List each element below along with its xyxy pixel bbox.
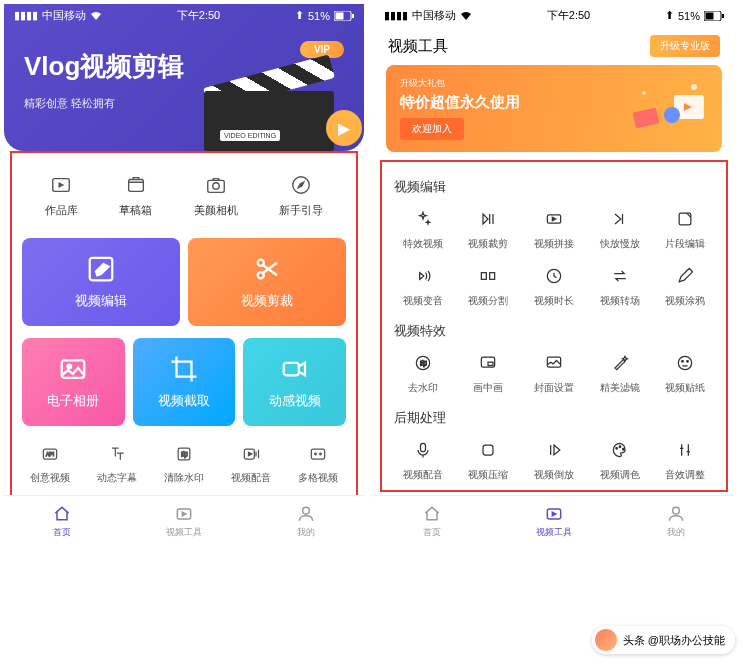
label: 多格视频 bbox=[298, 471, 338, 485]
section-fx-title: 视频特效 bbox=[386, 312, 722, 348]
cover-set[interactable]: 封面设置 bbox=[523, 352, 585, 395]
transition[interactable]: 视频转场 bbox=[589, 265, 651, 308]
dynamic-card[interactable]: 动感视频 bbox=[243, 338, 346, 426]
video-cut-card[interactable]: 视频剪裁 bbox=[188, 238, 346, 326]
carrier-label: 中国移动 bbox=[42, 8, 86, 23]
svg-point-24 bbox=[320, 453, 322, 455]
svg-rect-5 bbox=[128, 180, 143, 192]
tools-icon bbox=[543, 504, 565, 524]
user-icon bbox=[665, 504, 687, 524]
tab-bar: 首页 视频工具 我的 bbox=[4, 495, 364, 543]
capture-card[interactable]: 视频截取 bbox=[133, 338, 236, 426]
wifi-icon bbox=[460, 11, 472, 21]
label: 画中画 bbox=[473, 381, 503, 395]
label: 首页 bbox=[53, 526, 71, 539]
tab-home[interactable]: 首页 bbox=[421, 504, 443, 539]
tab-mine[interactable]: 我的 bbox=[295, 504, 317, 539]
svg-point-36 bbox=[642, 91, 646, 95]
watermark: 头条 @职场办公技能 bbox=[592, 626, 735, 654]
creative-video[interactable]: API 创意视频 bbox=[30, 442, 70, 485]
image-icon bbox=[58, 354, 88, 384]
beauty-camera[interactable]: 美颜相机 bbox=[194, 173, 238, 218]
compress-icon bbox=[477, 439, 499, 461]
scissors-icon bbox=[252, 254, 282, 284]
tools-icon bbox=[173, 504, 195, 524]
camcorder-icon bbox=[280, 354, 310, 384]
svg-marker-21 bbox=[249, 452, 252, 455]
crop-video[interactable]: 视频裁剪 bbox=[458, 208, 520, 251]
reverse[interactable]: 视频倒放 bbox=[523, 439, 585, 482]
label: 草稿箱 bbox=[119, 203, 152, 218]
svg-point-12 bbox=[258, 260, 264, 266]
label: 视频转场 bbox=[600, 294, 640, 308]
fx-video[interactable]: 特效视频 bbox=[392, 208, 454, 251]
tab-home[interactable]: 首页 bbox=[51, 504, 73, 539]
duration[interactable]: 视频时长 bbox=[523, 265, 585, 308]
audio-adjust[interactable]: 音效调整 bbox=[654, 439, 716, 482]
label: 片段编辑 bbox=[665, 237, 705, 251]
label: 视频压缩 bbox=[468, 468, 508, 482]
merge-video[interactable]: 视频拼接 bbox=[523, 208, 585, 251]
tab-tools[interactable]: 视频工具 bbox=[536, 504, 572, 539]
label: 我的 bbox=[667, 526, 685, 539]
voice-change[interactable]: 视频变音 bbox=[392, 265, 454, 308]
label: 创意视频 bbox=[30, 471, 70, 485]
multi-grid[interactable]: 多格视频 bbox=[298, 442, 338, 485]
battery-label: 51% bbox=[308, 10, 330, 22]
signal-icon: ▮▮▮▮ bbox=[14, 9, 38, 22]
promo-banner[interactable]: 升级大礼包 特价超值永久使用 欢迎加入 bbox=[386, 65, 722, 152]
works-library[interactable]: 作品库 bbox=[45, 173, 78, 218]
grid-icon bbox=[306, 442, 330, 466]
tab-mine[interactable]: 我的 bbox=[665, 504, 687, 539]
split-icon bbox=[477, 265, 499, 287]
sticker[interactable]: 视频贴纸 bbox=[654, 352, 716, 395]
svg-point-59 bbox=[673, 507, 680, 514]
clip-edit[interactable]: 片段编辑 bbox=[654, 208, 716, 251]
label: 音效调整 bbox=[665, 468, 705, 482]
remove-wm[interactable]: 印去水印 bbox=[392, 352, 454, 395]
speed-video[interactable]: 快放慢放 bbox=[589, 208, 651, 251]
svg-rect-34 bbox=[633, 108, 660, 129]
svg-point-35 bbox=[691, 84, 697, 90]
split-video[interactable]: 视频分割 bbox=[458, 265, 520, 308]
label: 快放慢放 bbox=[600, 237, 640, 251]
svg-marker-37 bbox=[483, 214, 488, 224]
label: 视频拼接 bbox=[534, 237, 574, 251]
share-icon: ⬆ bbox=[295, 9, 304, 22]
drafts[interactable]: 草稿箱 bbox=[119, 173, 152, 218]
svg-rect-30 bbox=[722, 14, 724, 18]
battery-icon bbox=[704, 11, 724, 21]
subtitle[interactable]: 动态字幕 bbox=[97, 442, 137, 485]
promo-join-button[interactable]: 欢迎加入 bbox=[400, 118, 464, 140]
doodle[interactable]: 视频涂鸦 bbox=[654, 265, 716, 308]
dubbing2[interactable]: 视频配音 bbox=[392, 439, 454, 482]
upgrade-button[interactable]: 升级专业版 bbox=[650, 35, 720, 57]
reverse-icon bbox=[543, 439, 565, 461]
mic-icon bbox=[412, 439, 434, 461]
drafts-icon bbox=[124, 173, 148, 197]
clapperboard-illustration: VIDEO EDITING ▶ bbox=[204, 71, 344, 151]
svg-point-7 bbox=[213, 183, 219, 189]
color-adjust[interactable]: 视频调色 bbox=[589, 439, 651, 482]
guide[interactable]: 新手引导 bbox=[279, 173, 323, 218]
pip[interactable]: 画中画 bbox=[458, 352, 520, 395]
compress[interactable]: 视频压缩 bbox=[458, 439, 520, 482]
label: 视频涂鸦 bbox=[665, 294, 705, 308]
battery-label: 51% bbox=[678, 10, 700, 22]
tab-tools[interactable]: 视频工具 bbox=[166, 504, 202, 539]
label: 新手引导 bbox=[279, 203, 323, 218]
video-edit-card[interactable]: 视频编辑 bbox=[22, 238, 180, 326]
album-card[interactable]: 电子相册 bbox=[22, 338, 125, 426]
svg-marker-4 bbox=[59, 183, 63, 187]
label: 清除水印 bbox=[164, 471, 204, 485]
status-bar: ▮▮▮▮ 中国移动 下午2:50 ⬆ 51% bbox=[4, 4, 364, 27]
dubbing[interactable]: 视频配音 bbox=[231, 442, 271, 485]
svg-point-54 bbox=[615, 448, 617, 450]
watermark-text: 头条 @职场办公技能 bbox=[623, 633, 725, 648]
label: 视频工具 bbox=[536, 526, 572, 539]
remove-watermark[interactable]: 印 清除水印 bbox=[164, 442, 204, 485]
section-edit-title: 视频编辑 bbox=[386, 168, 722, 204]
sparkle-icon bbox=[412, 208, 434, 230]
left-phone: ▮▮▮▮ 中国移动 下午2:50 ⬆ 51% VIP Vlog视频剪辑 精彩创意… bbox=[4, 4, 364, 543]
filter[interactable]: 精美滤镜 bbox=[589, 352, 651, 395]
